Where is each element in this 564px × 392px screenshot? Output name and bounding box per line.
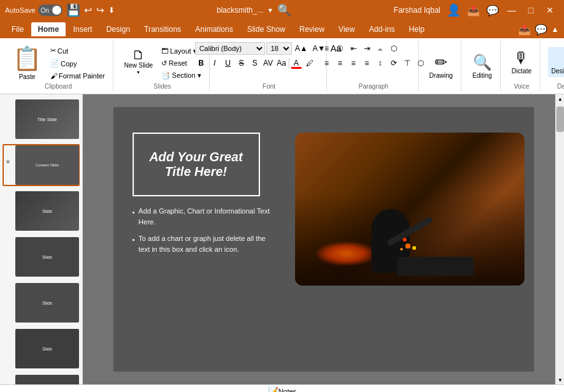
scroll-down-button[interactable]: ▼ — [556, 375, 564, 384]
paragraph-row2: ≡ ≡ ≡ ≡ ↕ ⟳ ⊤ ⬡ — [321, 57, 427, 69]
shadow-button[interactable]: S — [249, 57, 261, 69]
slide-image-5: Slide — [15, 283, 79, 323]
autosave-toggle[interactable]: On — [38, 4, 62, 16]
slide-bullet-box[interactable]: • Add a Graphic, Chart or Informational … — [133, 206, 273, 261]
file-title: blacksmith_... — [217, 6, 263, 15]
tab-review[interactable]: Review — [293, 22, 331, 36]
font-color-button[interactable]: A — [290, 57, 303, 69]
smart-art-button[interactable]: ⬡ — [387, 42, 400, 55]
numbering-button[interactable]: ① — [334, 42, 347, 55]
new-slide-label: New Slide — [124, 62, 153, 69]
paste-label: Paste — [19, 73, 36, 80]
tab-addins[interactable]: Add-ins — [363, 22, 401, 36]
slide-thumb-5[interactable]: 5 Slide — [3, 282, 80, 324]
bullets-button[interactable]: ≡ — [321, 42, 333, 55]
editing-button[interactable]: 🔍 Editing — [469, 52, 495, 81]
share-ribbon-icon[interactable]: 📤 — [518, 24, 531, 36]
align-text-button[interactable]: ⊤ — [401, 57, 414, 69]
search-icon[interactable]: 🔍 — [277, 3, 291, 17]
bullet-item-1: • Add a Graphic, Chart or Informational … — [133, 206, 273, 227]
strikethrough-button[interactable]: S — [235, 57, 248, 69]
undo-icon[interactable]: ↩ — [84, 4, 92, 16]
slide-image-box[interactable] — [295, 133, 524, 286]
notes-bar[interactable]: 📝 Notes — [0, 384, 564, 392]
dictate-button[interactable]: 🎙 Dictate — [509, 47, 535, 76]
collapse-ribbon-icon[interactable]: ▲ — [551, 25, 559, 34]
italic-button[interactable]: I — [208, 57, 221, 69]
design-ideas-label: Design Ideas — [551, 68, 564, 75]
char-spacing-button[interactable]: AV — [262, 57, 275, 69]
ribbon: 📋 Paste ✂ Cut 📄 Copy 🖌 Format Painter Cl… — [0, 38, 564, 94]
slide-thumb-7[interactable]: 7 Slide — [3, 374, 80, 384]
slide-thumb-6[interactable]: 6 Slide — [3, 328, 80, 370]
bullet-dot-2: • — [133, 235, 135, 254]
comment-icon[interactable]: 💬 — [486, 4, 499, 17]
drawing-button[interactable]: ✏ Drawing — [426, 52, 456, 81]
save-icon[interactable]: 💾 — [66, 3, 80, 17]
align-left-button[interactable]: ≡ — [321, 57, 333, 69]
designer-group: 💡 Design Ideas Designer — [543, 41, 564, 91]
tab-view[interactable]: View — [332, 22, 361, 36]
tab-insert[interactable]: Insert — [67, 22, 99, 36]
slide-title-text: Add Your Great Title Here! — [140, 150, 252, 179]
slide-thumb-1[interactable]: 1 Title Slide — [3, 98, 80, 140]
tab-animations[interactable]: Animations — [189, 22, 239, 36]
tab-help[interactable]: Help — [403, 22, 431, 36]
align-right-button[interactable]: ≡ — [347, 57, 360, 69]
underline-button[interactable]: U — [222, 57, 235, 69]
tab-slideshow[interactable]: Slide Show — [241, 22, 292, 36]
close-button[interactable]: ✕ — [541, 1, 559, 19]
drawing-icon: ✏ — [435, 54, 447, 71]
editing-group: 🔍 Editing — [464, 41, 501, 91]
right-ribbon-groups: ✏ Drawing 🔍 Editing 🎙 Dictate Voice — [421, 41, 564, 91]
tab-transitions[interactable]: Transitions — [138, 22, 187, 36]
font-group: Calibri (Body) 18 A▲ A▼ Aa B I U S S AV … — [212, 41, 327, 91]
new-slide-dropdown[interactable]: ▾ — [137, 69, 140, 75]
font-size-select[interactable]: 18 — [266, 42, 292, 55]
vertical-scrollbar[interactable]: ▲ ▼ — [555, 94, 564, 384]
customize-icon[interactable]: ⬇ — [108, 6, 115, 15]
drawing-content: ✏ Drawing — [426, 42, 456, 90]
tab-design[interactable]: Design — [100, 22, 136, 36]
autosave-state: On — [41, 7, 49, 14]
minimize-button[interactable]: — — [503, 1, 521, 19]
scroll-thumb[interactable] — [556, 106, 564, 132]
redo-icon[interactable]: ↪ — [96, 4, 105, 16]
decrease-indent-button[interactable]: ⇤ — [347, 42, 360, 55]
slide-title-box[interactable]: Add Your Great Title Here! — [133, 133, 260, 196]
autosave-label: AutoSave — [5, 6, 36, 14]
highlight-button[interactable]: 🖊 — [303, 57, 316, 69]
columns-button[interactable]: ⫠ — [374, 42, 387, 55]
text-direction-button[interactable]: ⟳ — [387, 57, 400, 69]
line-spacing-button[interactable]: ↕ — [374, 57, 387, 69]
comment-ribbon-icon[interactable]: 💬 — [535, 24, 547, 36]
bold-button[interactable]: B — [195, 57, 208, 69]
maximize-button[interactable]: □ — [522, 1, 540, 19]
format-painter-button[interactable]: 🖌 Format Painter — [48, 71, 108, 81]
tab-file[interactable]: File — [5, 22, 30, 36]
cut-button[interactable]: ✂ Cut — [48, 45, 108, 56]
scroll-up-button[interactable]: ▲ — [556, 94, 564, 103]
share-icon[interactable]: 📤 — [467, 4, 480, 17]
align-center-button[interactable]: ≡ — [334, 57, 347, 69]
font-name-select[interactable]: Calibri (Body) — [195, 42, 265, 55]
paste-button[interactable]: 📋 — [9, 44, 45, 73]
clipboard-group: 📋 Paste ✂ Cut 📄 Copy 🖌 Format Painter Cl… — [4, 41, 113, 91]
tab-home[interactable]: Home — [31, 22, 65, 36]
copy-button[interactable]: 📄 Copy — [48, 58, 108, 69]
slide-thumb-4[interactable]: 4 Slide — [3, 236, 80, 278]
change-case-button[interactable]: Aa — [275, 57, 288, 69]
slide-image-4: Slide — [15, 237, 79, 277]
voice-group: 🎙 Dictate Voice — [503, 41, 540, 91]
increase-indent-button[interactable]: ⇥ — [361, 42, 373, 55]
slide-thumb-3[interactable]: 3 Slide — [3, 190, 80, 232]
clipboard-small-buttons: ✂ Cut 📄 Copy 🖌 Format Painter — [48, 45, 108, 81]
dropdown-arrow-icon[interactable]: ▾ — [268, 6, 272, 15]
increase-font-icon[interactable]: A▲ — [293, 43, 310, 54]
slide-canvas[interactable]: Add Your Great Title Here! • Add a Graph… — [113, 107, 534, 372]
slide-thumb-2[interactable]: 2 ★ Content Slide — [3, 144, 80, 186]
design-ideas-button[interactable]: 💡 Design Ideas — [548, 47, 564, 77]
autosave-area: AutoSave On — [5, 4, 62, 16]
justify-button[interactable]: ≡ — [361, 57, 373, 69]
new-slide-button[interactable]: 🗋 New Slide ▾ — [121, 47, 156, 77]
